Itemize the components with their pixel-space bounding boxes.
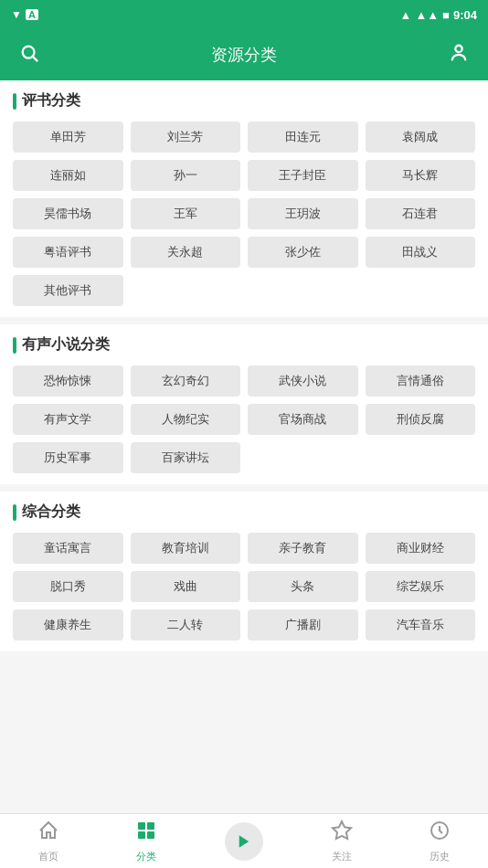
- svg-marker-7: [239, 835, 249, 848]
- section-pingshufenlei: 评书分类 单田芳 刘兰芳 田连元 袁阔成 连丽如 孙一 王子封臣 马长辉 昊儒书…: [0, 80, 488, 317]
- tag-tonghua[interactable]: 童话寓言: [13, 533, 123, 564]
- section-zonghe: 综合分类 童话寓言 教育培训 亲子教育 商业财经 脱口秀 戏曲 头条 综艺娱乐 …: [0, 492, 488, 651]
- tag-xiqu[interactable]: 戏曲: [131, 571, 241, 602]
- category-label: 分类: [136, 850, 156, 863]
- tag-wangyuebo[interactable]: 王玥波: [248, 198, 358, 229]
- nav-follow[interactable]: 关注: [292, 814, 390, 869]
- tag-zhangshaozhuo[interactable]: 张少佐: [248, 237, 358, 268]
- tag-wuxia[interactable]: 武侠小说: [248, 365, 358, 397]
- follow-icon: [331, 820, 353, 847]
- tag-wangjun[interactable]: 王军: [131, 198, 241, 229]
- tag-guanyongchao[interactable]: 关永超: [131, 237, 241, 268]
- section-yousheng: 有声小说分类 恐怖惊悚 玄幻奇幻 武侠小说 言情通俗 有声文学 人物纪实 官场商…: [0, 324, 488, 484]
- svg-rect-6: [147, 831, 154, 839]
- svg-point-0: [23, 46, 35, 58]
- tag-jiaoyupeixun[interactable]: 教育培训: [131, 533, 241, 564]
- tag-lianliru[interactable]: 连丽如: [13, 160, 123, 191]
- tag-xuanhuanqihuan[interactable]: 玄幻奇幻: [131, 365, 241, 397]
- status-right: ▲ ▲▲ ■ 9:04: [400, 8, 478, 22]
- tag-tuokoushou[interactable]: 脱口秀: [13, 571, 123, 602]
- notification-icon: ▼: [11, 8, 22, 21]
- app-header: 资源分类: [0, 29, 488, 80]
- tag-zongyiyule[interactable]: 综艺娱乐: [366, 571, 476, 602]
- time-display: 9:04: [453, 8, 477, 22]
- status-bar: ▼ A ▲ ▲▲ ■ 9:04: [0, 0, 488, 29]
- tag-tianliangyuan[interactable]: 田连元: [248, 122, 358, 153]
- section-title-pingshu: 评书分类: [13, 91, 475, 111]
- tag-baijiajiangtan[interactable]: 百家讲坛: [131, 442, 241, 473]
- tag-renwuji[interactable]: 人物纪实: [131, 404, 241, 435]
- tag-wangzifengchen[interactable]: 王子封臣: [248, 160, 358, 191]
- nav-home[interactable]: 首页: [0, 814, 98, 869]
- nav-history[interactable]: 历史: [390, 814, 488, 869]
- tag-grid-pingshu: 单田芳 刘兰芳 田连元 袁阔成 连丽如 孙一 王子封臣 马长辉 昊儒书场 王军 …: [13, 122, 475, 306]
- user-button[interactable]: [444, 43, 473, 68]
- page-title: 资源分类: [44, 44, 444, 66]
- tag-xingzhenfanfu[interactable]: 刑侦反腐: [366, 404, 476, 435]
- home-label: 首页: [38, 850, 58, 863]
- tag-errenzhuan[interactable]: 二人转: [131, 609, 241, 640]
- svg-line-1: [33, 57, 37, 61]
- tag-grid-zonghe: 童话寓言 教育培训 亲子教育 商业财经 脱口秀 戏曲 头条 综艺娱乐 健康养生 …: [13, 533, 475, 640]
- svg-rect-3: [138, 822, 145, 830]
- tag-guangboju[interactable]: 广播剧: [248, 609, 358, 640]
- tag-yanqing[interactable]: 言情通俗: [366, 365, 476, 397]
- tag-machanghui[interactable]: 马长辉: [366, 160, 476, 191]
- svg-point-2: [455, 45, 461, 51]
- follow-label: 关注: [332, 850, 352, 863]
- main-content: 评书分类 单田芳 刘兰芳 田连元 袁阔成 连丽如 孙一 王子封臣 马长辉 昊儒书…: [0, 80, 488, 714]
- svg-rect-5: [138, 831, 145, 839]
- history-label: 历史: [430, 850, 450, 863]
- section-title-yousheng: 有声小说分类: [13, 335, 475, 355]
- search-button[interactable]: [15, 43, 44, 68]
- nav-category[interactable]: 分类: [98, 814, 196, 869]
- tag-grid-yousheng: 恐怖惊悚 玄幻奇幻 武侠小说 言情通俗 有声文学 人物纪实 官场商战 刑侦反腐 …: [13, 365, 475, 473]
- tag-toutiao[interactable]: 头条: [248, 571, 358, 602]
- battery-icon: ■: [442, 8, 450, 22]
- app-icon: A: [26, 9, 38, 20]
- tag-kongbulingjing[interactable]: 恐怖惊悚: [13, 365, 123, 397]
- history-icon: [429, 820, 451, 847]
- home-icon: [37, 820, 59, 847]
- bottom-nav: 首页 分类 关注: [0, 813, 488, 868]
- tag-shilianjun[interactable]: 石连君: [366, 198, 476, 229]
- tag-sunyi[interactable]: 孙一: [131, 160, 241, 191]
- tag-lishijunshi[interactable]: 历史军事: [13, 442, 123, 473]
- nav-play[interactable]: [196, 817, 293, 866]
- svg-rect-4: [147, 822, 154, 830]
- tag-haorushuchang[interactable]: 昊儒书场: [13, 198, 123, 229]
- tag-yuankuocheng[interactable]: 袁阔成: [366, 122, 476, 153]
- section-title-zonghe: 综合分类: [13, 503, 475, 522]
- tag-qicheyinyue[interactable]: 汽车音乐: [366, 609, 476, 640]
- tag-shangyecaijing[interactable]: 商业财经: [366, 533, 476, 564]
- tag-yueyupingshu[interactable]: 粤语评书: [13, 237, 123, 268]
- tag-qitapingshu[interactable]: 其他评书: [13, 275, 123, 306]
- wifi-icon: ▲: [400, 8, 412, 22]
- status-left: ▼ A: [11, 8, 38, 21]
- tag-tianzhanyi[interactable]: 田战义: [366, 237, 476, 268]
- tag-liulanfang[interactable]: 刘兰芳: [131, 122, 241, 153]
- signal-icon: ▲▲: [415, 8, 439, 22]
- tag-qinzijiao[interactable]: 亲子教育: [248, 533, 358, 564]
- tag-dantianfang[interactable]: 单田芳: [13, 122, 123, 153]
- tag-guanchangshangzhan[interactable]: 官场商战: [248, 404, 358, 435]
- play-button[interactable]: [225, 822, 263, 861]
- tag-jiankang[interactable]: 健康养生: [13, 609, 123, 640]
- svg-marker-8: [333, 821, 351, 839]
- category-icon: [135, 820, 157, 847]
- tag-youshengwenxue[interactable]: 有声文学: [13, 404, 123, 435]
